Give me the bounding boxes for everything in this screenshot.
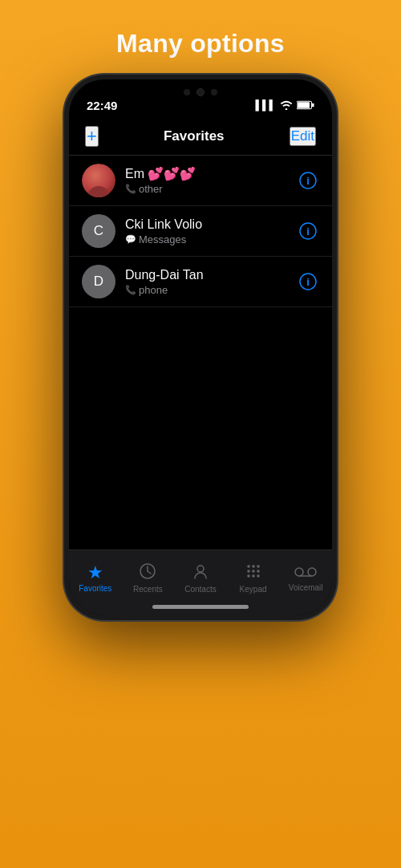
svg-line-11 [148, 571, 151, 574]
notch-dot-1 [184, 89, 190, 95]
contact-sub-cki: 💬 Messages [125, 233, 287, 245]
svg-point-17 [252, 570, 255, 573]
contacts-icon [192, 562, 209, 582]
tab-keypad[interactable]: Keypad [227, 562, 280, 594]
tab-recents[interactable]: Recents [122, 562, 175, 594]
svg-point-21 [257, 574, 260, 578]
favorites-icon: ★ [87, 564, 103, 582]
contact-name-em: Em 💕💕💕 [125, 166, 287, 181]
battery-icon [297, 100, 314, 110]
recents-icon [139, 562, 156, 582]
svg-point-12 [197, 566, 204, 572]
notch-camera [196, 88, 205, 96]
svg-point-16 [247, 570, 250, 573]
voicemail-icon [294, 565, 317, 581]
signal-icon: ▌▌▌ [255, 99, 276, 111]
contact-list: Em 💕💕💕 📞 other i [69, 156, 332, 615]
svg-point-19 [247, 574, 250, 578]
svg-text:i: i [306, 225, 310, 237]
phone-frame: 22:49 ▌▌▌ + Favorites Edit [64, 75, 337, 620]
phone-icon-dung: 📞 [125, 285, 136, 295]
keypad-icon [245, 562, 262, 582]
notch-dot-2 [211, 89, 217, 95]
svg-point-15 [257, 565, 260, 568]
avatar-cki: C [82, 214, 115, 248]
screen: 22:49 ▌▌▌ + Favorites Edit [69, 79, 332, 615]
svg-text:i: i [306, 276, 310, 288]
contact-info-em: Em 💕💕💕 📞 other [125, 166, 287, 195]
contacts-label: Contacts [184, 585, 216, 594]
message-icon-cki: 💬 [125, 234, 136, 245]
svg-point-13 [247, 565, 250, 568]
status-time: 22:49 [87, 99, 117, 112]
edit-button[interactable]: Edit [290, 127, 316, 146]
avatar-dung: D [82, 265, 115, 298]
svg-text:i: i [306, 175, 310, 187]
info-button-em[interactable]: i [297, 169, 319, 192]
info-button-dung[interactable]: i [297, 270, 319, 293]
svg-point-18 [257, 570, 260, 573]
contact-name-cki: Cki Link Volio [125, 217, 287, 232]
svg-point-23 [308, 568, 316, 576]
contact-item-em[interactable]: Em 💕💕💕 📞 other i [69, 156, 332, 206]
phone-icon-em: 📞 [125, 184, 136, 194]
contact-item-cki[interactable]: C Cki Link Volio 💬 Messages i [69, 206, 332, 257]
svg-point-20 [252, 574, 255, 578]
status-icons: ▌▌▌ [255, 99, 314, 111]
status-bar: 22:49 ▌▌▌ [69, 79, 332, 120]
nav-title: Favorites [164, 128, 225, 144]
svg-rect-1 [298, 102, 310, 108]
tab-voicemail[interactable]: Voicemail [279, 565, 332, 592]
info-button-cki[interactable]: i [297, 220, 319, 242]
nav-bar: + Favorites Edit [69, 120, 332, 156]
svg-point-22 [295, 568, 303, 576]
voicemail-label: Voicemail [289, 583, 323, 592]
tab-contacts[interactable]: Contacts [174, 562, 227, 594]
wifi-icon [280, 100, 293, 110]
home-indicator [152, 605, 249, 609]
add-favorite-button[interactable]: + [85, 126, 99, 147]
svg-point-14 [252, 565, 255, 568]
contact-sub-dung: 📞 phone [125, 284, 287, 296]
contact-name-dung: Dung-Dai Tan [125, 268, 287, 282]
avatar-em [82, 164, 115, 197]
keypad-label: Keypad [240, 585, 267, 594]
contact-item-dung[interactable]: D Dung-Dai Tan 📞 phone i [69, 257, 332, 307]
contact-info-dung: Dung-Dai Tan 📞 phone [125, 268, 287, 296]
contact-info-cki: Cki Link Volio 💬 Messages [125, 217, 287, 245]
page-title: Many options [116, 29, 285, 59]
contact-sub-em: 📞 other [125, 183, 287, 195]
favorites-label: Favorites [79, 584, 111, 593]
svg-rect-2 [312, 103, 314, 107]
notch [148, 79, 253, 102]
tab-favorites[interactable]: ★ Favorites [69, 564, 122, 593]
recents-label: Recents [133, 585, 163, 594]
